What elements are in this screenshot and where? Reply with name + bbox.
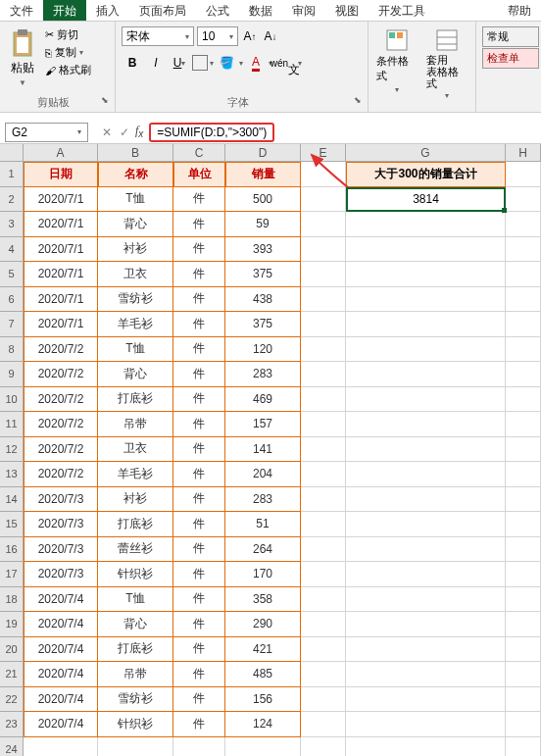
row-header[interactable]: 13: [0, 462, 24, 487]
cell-name[interactable]: 打底衫: [98, 512, 173, 537]
row-header[interactable]: 20: [0, 637, 24, 663]
row-header[interactable]: 6: [0, 287, 24, 313]
cell-name[interactable]: T恤: [98, 587, 173, 613]
menu-insert[interactable]: 插入: [86, 0, 129, 21]
cell[interactable]: [506, 287, 541, 313]
cell-sales[interactable]: 141: [225, 437, 301, 463]
fill-color-button[interactable]: 🪣: [216, 52, 237, 74]
cell[interactable]: [506, 312, 541, 337]
cell[interactable]: [301, 237, 346, 263]
cell-date[interactable]: 2020/7/3: [24, 512, 98, 537]
formula-input[interactable]: =SUMIF(D:D,">300"): [149, 123, 274, 142]
italic-button[interactable]: I: [145, 52, 167, 74]
font-size-select[interactable]: 10▾: [197, 26, 238, 46]
cell[interactable]: [346, 587, 506, 613]
cell-sales[interactable]: 469: [225, 387, 301, 413]
cell-name[interactable]: 针织衫: [98, 562, 173, 587]
style-normal[interactable]: 常规: [482, 26, 539, 47]
cell[interactable]: [506, 237, 541, 263]
row-header[interactable]: 24: [0, 737, 24, 757]
cell-sales[interactable]: 204: [225, 462, 301, 487]
cell[interactable]: [346, 637, 506, 663]
cell[interactable]: [301, 562, 346, 587]
cell-date[interactable]: 2020/7/4: [24, 637, 98, 663]
menu-file[interactable]: 文件: [0, 0, 43, 21]
cell-date[interactable]: 2020/7/3: [24, 537, 98, 563]
cell[interactable]: [301, 437, 346, 463]
cell[interactable]: [346, 262, 506, 287]
cell-name[interactable]: 羊毛衫: [98, 462, 173, 487]
phonetic-button[interactable]: wén文: [274, 52, 296, 74]
cell-unit[interactable]: 件: [173, 362, 225, 387]
row-header[interactable]: 9: [0, 362, 24, 387]
row-header[interactable]: 8: [0, 337, 24, 363]
cell[interactable]: [346, 237, 506, 263]
cell-date[interactable]: 2020/7/2: [24, 337, 98, 363]
header-cell[interactable]: 销量: [225, 162, 301, 187]
table-format-button[interactable]: 套用 表格格式▾: [424, 26, 470, 102]
cell-sales[interactable]: 290: [225, 612, 301, 637]
cell[interactable]: [24, 737, 98, 757]
cell[interactable]: [301, 287, 346, 313]
cell[interactable]: [301, 612, 346, 637]
row-header[interactable]: 3: [0, 212, 24, 237]
cell-unit[interactable]: 件: [173, 587, 225, 613]
cell-name[interactable]: 雪纺衫: [98, 287, 173, 313]
underline-button[interactable]: U▾: [169, 52, 190, 74]
row-header[interactable]: 21: [0, 662, 24, 687]
cell[interactable]: [346, 412, 506, 437]
cell-sales[interactable]: 283: [225, 487, 301, 513]
row-header[interactable]: 15: [0, 512, 24, 537]
row-header[interactable]: 11: [0, 412, 24, 437]
cell[interactable]: [301, 412, 346, 437]
row-header[interactable]: 17: [0, 562, 24, 587]
cell-sales[interactable]: 59: [225, 212, 301, 237]
cell[interactable]: [506, 687, 541, 713]
cell[interactable]: [346, 212, 506, 237]
row-header[interactable]: 16: [0, 537, 24, 563]
fx-icon[interactable]: fx: [135, 124, 143, 139]
copy-button[interactable]: ⎘复制▾: [43, 44, 93, 61]
cell-name[interactable]: 背心: [98, 612, 173, 637]
cell[interactable]: [301, 362, 346, 387]
conditional-format-button[interactable]: 条件格式▾: [374, 26, 420, 96]
cell[interactable]: [301, 737, 346, 757]
header-cell[interactable]: 日期: [24, 162, 98, 187]
cell[interactable]: [346, 462, 506, 487]
cell-unit[interactable]: 件: [173, 387, 225, 413]
cell-sales[interactable]: 393: [225, 237, 301, 263]
cell[interactable]: [346, 337, 506, 363]
cell-unit[interactable]: 件: [173, 462, 225, 487]
style-check[interactable]: 检查单: [482, 48, 539, 69]
spreadsheet[interactable]: A B C D E G H 1日期名称单位销量大于300的销量合计22020/7…: [0, 144, 541, 756]
cell-sales[interactable]: 375: [225, 312, 301, 337]
cell-date[interactable]: 2020/7/4: [24, 662, 98, 687]
menu-review[interactable]: 审阅: [282, 0, 325, 21]
cell[interactable]: [346, 612, 506, 637]
cell[interactable]: [506, 487, 541, 513]
cell[interactable]: [506, 437, 541, 463]
menu-dev[interactable]: 开发工具: [369, 0, 435, 21]
col-header[interactable]: E: [301, 144, 346, 161]
cell[interactable]: [506, 462, 541, 487]
paste-button[interactable]: 粘贴 ▼: [6, 26, 39, 89]
cell[interactable]: [506, 587, 541, 613]
cell-unit[interactable]: 件: [173, 562, 225, 587]
cell-unit[interactable]: 件: [173, 237, 225, 263]
cell-sales[interactable]: 170: [225, 562, 301, 587]
cell[interactable]: [346, 537, 506, 563]
cell[interactable]: [506, 637, 541, 663]
cell-date[interactable]: 2020/7/3: [24, 487, 98, 513]
cell-date[interactable]: 2020/7/1: [24, 312, 98, 337]
menu-help[interactable]: 帮助: [498, 0, 541, 21]
cell[interactable]: [346, 562, 506, 587]
cell-name[interactable]: 吊带: [98, 662, 173, 687]
cell[interactable]: [506, 387, 541, 413]
cell[interactable]: [506, 662, 541, 687]
summary-header-cell[interactable]: 大于300的销量合计: [346, 162, 506, 187]
row-header[interactable]: 12: [0, 437, 24, 463]
cut-button[interactable]: ✂剪切: [43, 26, 93, 43]
cell-unit[interactable]: 件: [173, 212, 225, 237]
cell-unit[interactable]: 件: [173, 612, 225, 637]
format-painter-button[interactable]: 🖌格式刷: [43, 62, 93, 78]
